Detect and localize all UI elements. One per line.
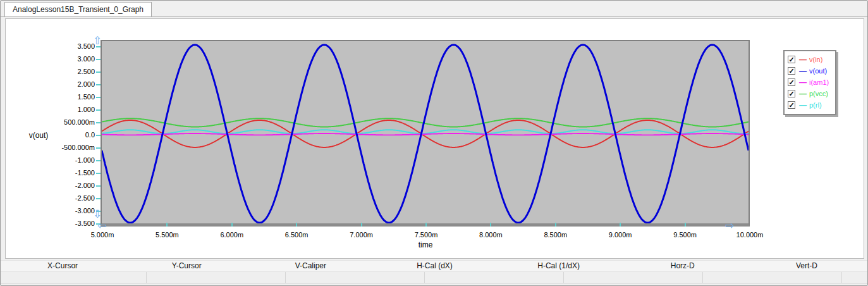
x-tick-mark	[490, 223, 491, 227]
y-tick-label: 2.000	[38, 80, 95, 88]
legend-checkbox[interactable]: ✓	[788, 56, 795, 63]
x-tick-label: 7.500m	[404, 231, 448, 239]
pan-left-icon[interactable]: ⇦	[97, 220, 106, 231]
x-tick-label: 7.000m	[339, 231, 384, 239]
cursor-value-cell	[841, 272, 868, 283]
cursor-value-cell	[285, 272, 424, 283]
y-tick-label: 1.000	[38, 106, 95, 113]
y-tick-label: 3.500	[38, 42, 95, 50]
legend-label: i(am1)	[809, 78, 829, 86]
x-tick-mark	[231, 223, 233, 227]
cursor-column-header: Vert-D	[745, 261, 868, 271]
x-tick-label: 6.500m	[274, 231, 319, 239]
cursor-value-cell	[146, 272, 285, 283]
legend-checkbox[interactable]: ✓	[788, 101, 795, 109]
cursor-table-value-row	[1, 272, 868, 283]
y-tick-label: -1.000	[38, 156, 95, 164]
y-tick-mark	[96, 160, 101, 161]
legend-label: v(out)	[809, 67, 827, 75]
y-tick-mark	[96, 185, 101, 187]
x-axis-title: time	[406, 240, 444, 249]
cursor-value-cell	[702, 272, 841, 283]
tab-transient-graph[interactable]: AnalogLesson15B_Transient_0_Graph	[4, 2, 152, 17]
y-tick-label: 2.500	[38, 68, 95, 75]
cursor-column-header: X-Cursor	[1, 261, 125, 271]
cursor-column-header: V-Caliper	[248, 261, 372, 271]
x-tick-mark	[296, 223, 297, 227]
legend-color-swatch: —	[799, 101, 807, 109]
legend-item-pvcc: ✓—p(vcc)	[788, 88, 832, 99]
legend-item-iam1: ✓—i(am1)	[788, 77, 832, 88]
x-tick-label: 5.000m	[80, 231, 125, 239]
y-tick-mark	[96, 84, 101, 85]
grapher-window: AnalogLesson15B_Transient_0_Graph 3.5003…	[0, 0, 868, 286]
x-tick-label: 9.000m	[598, 231, 642, 239]
legend-label: p(rl)	[809, 101, 822, 109]
curve-iam1	[102, 134, 749, 135]
x-tick-mark	[555, 223, 556, 227]
legend-checkbox[interactable]: ✓	[788, 90, 795, 97]
y-tick-label: -2.000	[38, 182, 95, 189]
legend-checkbox[interactable]: ✓	[788, 67, 795, 75]
x-tick-label: 9.500m	[663, 231, 707, 239]
y-tick-label: -1.500	[38, 169, 95, 177]
legend-item-vin: ✓—v(in)	[788, 54, 832, 65]
x-tick-label: 8.500m	[534, 231, 578, 239]
cursor-column-header: Horz-D	[621, 261, 745, 271]
legend-checkbox[interactable]: ✓	[788, 78, 795, 86]
y-tick-label: -2.500	[38, 194, 95, 202]
y-tick-mark	[96, 147, 101, 149]
x-tick-label: 10.000m	[728, 231, 772, 239]
y-tick-mark	[96, 72, 101, 73]
cursor-table-header-row: X-CursorY-CursorV-CaliperH-Cal (dX)H-Cal…	[1, 260, 868, 271]
pan-right-icon[interactable]: ⇨	[725, 220, 734, 231]
legend-item-prl: ✓—p(rl)	[788, 99, 832, 111]
y-tick-mark	[96, 97, 101, 98]
y-tick-mark	[96, 122, 101, 123]
y-tick-label: -3.000	[38, 207, 95, 214]
y-tick-mark	[96, 198, 101, 199]
legend-label: p(vcc)	[809, 90, 828, 97]
x-tick-mark	[425, 223, 427, 227]
y-tick-mark	[96, 59, 101, 60]
y-tick-mark	[96, 109, 101, 111]
legend-label: v(in)	[809, 56, 822, 63]
tab-strip: AnalogLesson15B_Transient_0_Graph	[1, 1, 867, 17]
legend-box: ✓—v(in)✓—v(out)✓—i(am1)✓—p(vcc)✓—p(rl)	[783, 50, 836, 115]
waveform-curves	[102, 41, 749, 223]
x-tick-label: 5.500m	[145, 231, 189, 239]
cursor-column-header: Y-Cursor	[125, 261, 248, 271]
y-tick-label: 1.500	[38, 93, 95, 101]
x-tick-label: 8.000m	[468, 231, 513, 239]
legend-color-swatch: —	[799, 78, 807, 86]
cursor-value-cell	[424, 272, 563, 283]
legend-color-swatch: —	[799, 56, 807, 63]
legend-color-swatch: —	[799, 90, 807, 97]
x-tick-mark	[685, 223, 686, 227]
x-tick-mark	[620, 223, 621, 227]
y-tick-mark	[96, 173, 101, 174]
y-tick-label: 3.000	[38, 55, 95, 63]
pan-down-icon[interactable]: ⇩	[93, 209, 102, 220]
x-tick-mark	[361, 223, 362, 227]
cursor-column-header: H-Cal (dX)	[372, 261, 496, 271]
cursor-value-cell	[563, 272, 702, 283]
y-axis-title: v(out)	[19, 131, 58, 140]
x-tick-label: 6.000m	[210, 231, 254, 239]
legend-item-vout: ✓—v(out)	[788, 65, 832, 77]
y-tick-label: -3.500	[38, 220, 95, 227]
y-tick-mark	[96, 135, 101, 136]
y-tick-label: 500.000m	[38, 118, 95, 126]
pan-up-icon[interactable]: ⇧	[93, 35, 102, 46]
cursor-value-cell	[1, 272, 146, 283]
legend-color-swatch: —	[799, 67, 807, 75]
plot-area[interactable]	[101, 40, 750, 227]
y-tick-label: -500.000m	[38, 144, 95, 151]
cursor-column-header: H-Cal (1/dX)	[497, 261, 621, 271]
x-tick-mark	[166, 223, 168, 227]
